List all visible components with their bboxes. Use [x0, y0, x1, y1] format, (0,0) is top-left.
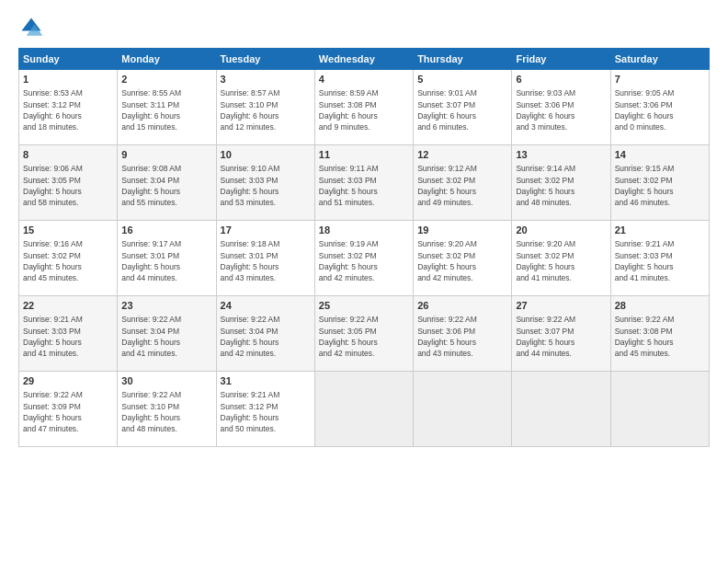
day-info: Sunrise: 9:16 AM Sunset: 3:02 PM Dayligh… [23, 238, 113, 283]
day-number: 18 [319, 224, 409, 237]
day-cell: 20Sunrise: 9:20 AM Sunset: 3:02 PM Dayli… [512, 221, 610, 296]
day-info: Sunrise: 9:10 AM Sunset: 3:03 PM Dayligh… [221, 163, 311, 208]
day-cell: 13Sunrise: 9:14 AM Sunset: 3:02 PM Dayli… [512, 145, 610, 221]
day-number: 4 [319, 73, 409, 86]
day-info: Sunrise: 9:20 AM Sunset: 3:02 PM Dayligh… [417, 238, 507, 283]
day-cell: 28Sunrise: 9:22 AM Sunset: 3:08 PM Dayli… [610, 296, 709, 372]
week-row-2: 8Sunrise: 9:06 AM Sunset: 3:05 PM Daylig… [19, 145, 710, 221]
day-cell: 12Sunrise: 9:12 AM Sunset: 3:02 PM Dayli… [414, 145, 512, 221]
day-cell: 4Sunrise: 8:59 AM Sunset: 3:08 PM Daylig… [314, 70, 413, 145]
day-info: Sunrise: 9:22 AM Sunset: 3:08 PM Dayligh… [615, 314, 705, 359]
day-number: 26 [417, 299, 507, 313]
day-info: Sunrise: 9:11 AM Sunset: 3:03 PM Dayligh… [319, 163, 409, 208]
day-number: 29 [23, 374, 113, 388]
day-number: 19 [417, 224, 507, 237]
day-cell: 15Sunrise: 9:16 AM Sunset: 3:02 PM Dayli… [19, 221, 118, 296]
day-cell: 19Sunrise: 9:20 AM Sunset: 3:02 PM Dayli… [414, 221, 512, 296]
day-number: 3 [221, 73, 311, 86]
day-cell: 10Sunrise: 9:10 AM Sunset: 3:03 PM Dayli… [216, 145, 314, 221]
day-cell: 9Sunrise: 9:08 AM Sunset: 3:04 PM Daylig… [118, 145, 216, 221]
day-cell: 6Sunrise: 9:03 AM Sunset: 3:06 PM Daylig… [512, 70, 610, 145]
header-cell-friday: Friday [512, 49, 610, 70]
header [18, 15, 710, 40]
day-number: 31 [221, 374, 311, 388]
logo [18, 15, 48, 40]
day-number: 7 [615, 73, 705, 86]
day-cell: 8Sunrise: 9:06 AM Sunset: 3:05 PM Daylig… [19, 145, 118, 221]
day-info: Sunrise: 8:53 AM Sunset: 3:12 PM Dayligh… [23, 87, 113, 132]
day-info: Sunrise: 9:20 AM Sunset: 3:02 PM Dayligh… [516, 238, 606, 283]
day-info: Sunrise: 9:08 AM Sunset: 3:04 PM Dayligh… [121, 163, 211, 208]
day-cell: 22Sunrise: 9:21 AM Sunset: 3:03 PM Dayli… [19, 296, 118, 372]
day-cell: 2Sunrise: 8:55 AM Sunset: 3:11 PM Daylig… [118, 70, 216, 145]
day-number: 27 [516, 299, 606, 313]
header-cell-saturday: Saturday [610, 49, 709, 70]
day-info: Sunrise: 9:21 AM Sunset: 3:03 PM Dayligh… [23, 314, 113, 359]
day-cell: 21Sunrise: 9:21 AM Sunset: 3:03 PM Dayli… [610, 221, 709, 296]
day-number: 13 [516, 148, 606, 162]
day-cell: 7Sunrise: 9:05 AM Sunset: 3:06 PM Daylig… [610, 70, 709, 145]
header-cell-sunday: Sunday [19, 49, 118, 70]
header-cell-tuesday: Tuesday [216, 49, 314, 70]
day-cell: 27Sunrise: 9:22 AM Sunset: 3:07 PM Dayli… [512, 296, 610, 372]
day-cell: 30Sunrise: 9:22 AM Sunset: 3:10 PM Dayli… [118, 372, 216, 447]
day-cell: 17Sunrise: 9:18 AM Sunset: 3:01 PM Dayli… [216, 221, 314, 296]
day-cell [512, 372, 610, 447]
calendar-page: SundayMondayTuesdayWednesdayThursdayFrid… [0, 0, 728, 563]
calendar-body: 1Sunrise: 8:53 AM Sunset: 3:12 PM Daylig… [19, 70, 710, 447]
day-info: Sunrise: 9:01 AM Sunset: 3:07 PM Dayligh… [417, 87, 507, 132]
day-info: Sunrise: 9:22 AM Sunset: 3:10 PM Dayligh… [121, 389, 211, 434]
day-number: 17 [221, 224, 311, 237]
day-info: Sunrise: 9:22 AM Sunset: 3:04 PM Dayligh… [121, 314, 211, 359]
day-number: 16 [121, 224, 211, 237]
day-cell: 26Sunrise: 9:22 AM Sunset: 3:06 PM Dayli… [414, 296, 512, 372]
day-cell: 23Sunrise: 9:22 AM Sunset: 3:04 PM Dayli… [118, 296, 216, 372]
week-row-5: 29Sunrise: 9:22 AM Sunset: 3:09 PM Dayli… [19, 372, 710, 447]
day-cell: 14Sunrise: 9:15 AM Sunset: 3:02 PM Dayli… [610, 145, 709, 221]
day-cell [414, 372, 512, 447]
day-cell: 5Sunrise: 9:01 AM Sunset: 3:07 PM Daylig… [414, 70, 512, 145]
day-cell: 18Sunrise: 9:19 AM Sunset: 3:02 PM Dayli… [314, 221, 413, 296]
week-row-4: 22Sunrise: 9:21 AM Sunset: 3:03 PM Dayli… [19, 296, 710, 372]
day-info: Sunrise: 9:12 AM Sunset: 3:02 PM Dayligh… [417, 163, 507, 208]
day-cell: 1Sunrise: 8:53 AM Sunset: 3:12 PM Daylig… [19, 70, 118, 145]
day-number: 8 [23, 148, 113, 162]
day-number: 1 [23, 73, 113, 86]
calendar-header: SundayMondayTuesdayWednesdayThursdayFrid… [19, 49, 710, 70]
day-info: Sunrise: 9:22 AM Sunset: 3:06 PM Dayligh… [417, 314, 507, 359]
header-cell-wednesday: Wednesday [314, 49, 413, 70]
day-info: Sunrise: 9:22 AM Sunset: 3:09 PM Dayligh… [23, 389, 113, 434]
day-info: Sunrise: 9:15 AM Sunset: 3:02 PM Dayligh… [615, 163, 705, 208]
day-number: 21 [615, 224, 705, 237]
day-number: 23 [121, 299, 211, 313]
day-number: 30 [121, 374, 211, 388]
day-info: Sunrise: 9:22 AM Sunset: 3:05 PM Dayligh… [319, 314, 409, 359]
day-info: Sunrise: 9:21 AM Sunset: 3:12 PM Dayligh… [221, 389, 311, 434]
header-row: SundayMondayTuesdayWednesdayThursdayFrid… [19, 49, 710, 70]
header-cell-monday: Monday [118, 49, 216, 70]
day-cell [314, 372, 413, 447]
day-number: 24 [221, 299, 311, 313]
day-number: 11 [319, 148, 409, 162]
day-number: 5 [417, 73, 507, 86]
day-info: Sunrise: 9:21 AM Sunset: 3:03 PM Dayligh… [615, 238, 705, 283]
day-cell: 3Sunrise: 8:57 AM Sunset: 3:10 PM Daylig… [216, 70, 314, 145]
calendar-table: SundayMondayTuesdayWednesdayThursdayFrid… [18, 48, 710, 447]
day-cell: 16Sunrise: 9:17 AM Sunset: 3:01 PM Dayli… [118, 221, 216, 296]
day-number: 15 [23, 224, 113, 237]
day-info: Sunrise: 8:57 AM Sunset: 3:10 PM Dayligh… [221, 87, 311, 132]
day-info: Sunrise: 9:18 AM Sunset: 3:01 PM Dayligh… [221, 238, 311, 283]
day-number: 14 [615, 148, 705, 162]
day-number: 2 [121, 73, 211, 86]
day-number: 9 [121, 148, 211, 162]
day-info: Sunrise: 8:59 AM Sunset: 3:08 PM Dayligh… [319, 87, 409, 132]
day-cell: 24Sunrise: 9:22 AM Sunset: 3:04 PM Dayli… [216, 296, 314, 372]
day-info: Sunrise: 9:22 AM Sunset: 3:07 PM Dayligh… [516, 314, 606, 359]
day-number: 25 [319, 299, 409, 313]
day-info: Sunrise: 9:03 AM Sunset: 3:06 PM Dayligh… [516, 87, 606, 132]
day-number: 10 [221, 148, 311, 162]
day-info: Sunrise: 9:05 AM Sunset: 3:06 PM Dayligh… [615, 87, 705, 132]
week-row-3: 15Sunrise: 9:16 AM Sunset: 3:02 PM Dayli… [19, 221, 710, 296]
header-cell-thursday: Thursday [414, 49, 512, 70]
week-row-1: 1Sunrise: 8:53 AM Sunset: 3:12 PM Daylig… [19, 70, 710, 145]
